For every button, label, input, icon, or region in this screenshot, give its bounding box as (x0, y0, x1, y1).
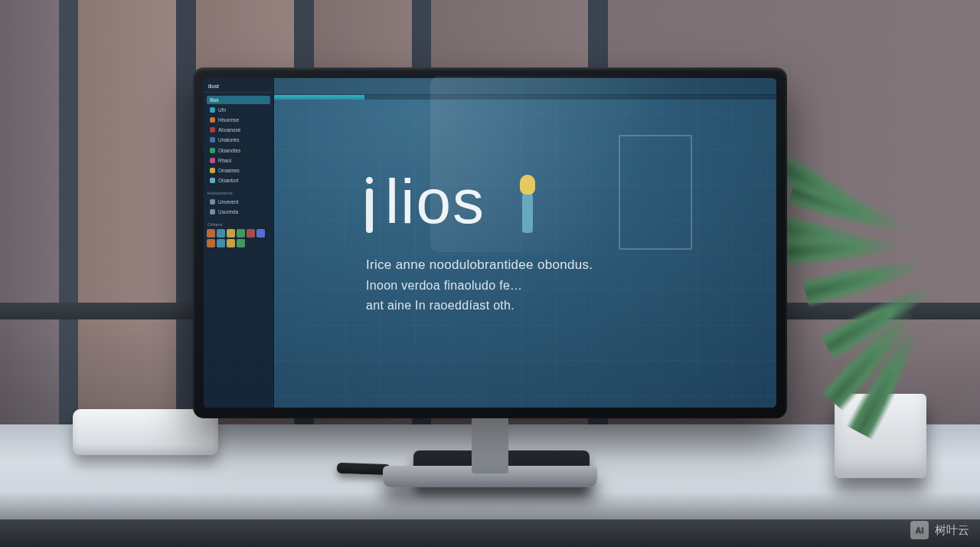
sidebar-active-tab[interactable]: Ilios (207, 96, 270, 104)
sidebar-item[interactable]: Aboanose (206, 126, 271, 134)
sidebar-section-label: Others (204, 221, 273, 228)
sidebar-thumbnail[interactable] (207, 229, 215, 237)
sidebar-thumbnail[interactable] (227, 229, 235, 237)
hero-area: lios Irice anne noodulobrantidee obondus… (274, 100, 776, 408)
sidebar-item[interactable]: Unverent (206, 198, 271, 206)
sidebar-item-label: Usonnda (218, 209, 238, 215)
hero-tagline-line: ant aine In raoeddíast oth. (366, 296, 593, 316)
sidebar-thumbnail[interactable] (247, 229, 255, 237)
sidebar-item-label: Ufn (218, 107, 226, 113)
sidebar-thumbnail[interactable] (227, 239, 235, 247)
monitor-bezel: iliost Ilios UfnHisonnseAboanoseUnalones… (193, 67, 787, 418)
app-sidebar: iliost Ilios UfnHisonnseAboanoseUnalones… (204, 78, 274, 408)
sidebar-thumbnails (204, 228, 273, 249)
sidebar-item-label: Onsames (218, 168, 240, 173)
sidebar-item[interactable]: Unalones (206, 136, 271, 144)
sidebar-thumbnail[interactable] (237, 239, 245, 247)
sidebar-item[interactable]: Usonnda (206, 208, 271, 216)
sidebar-thumbnail[interactable] (256, 229, 265, 237)
logo-figure-icon (518, 169, 539, 233)
sidebar-item-color-icon (210, 168, 215, 173)
sidebar-item-color-icon (210, 117, 215, 123)
logo-wordmark: lios (385, 170, 485, 233)
sidebar-item-color-icon (210, 107, 215, 113)
logo-left-i-icon (366, 177, 373, 233)
hero-logo: lios (366, 169, 539, 233)
sidebar-thumbnail[interactable] (207, 239, 215, 247)
hero-tagline: Irice anne noodulobrantidee obondus. Ino… (366, 254, 593, 316)
app-main: lios Irice anne noodulobrantidee obondus… (274, 78, 776, 408)
sidebar-item-label: Olsantort (218, 178, 238, 183)
sidebar-item[interactable]: Hisonnse (206, 116, 271, 124)
monitor-stand-neck (472, 414, 508, 473)
sidebar-item-color-icon (210, 199, 215, 205)
hero-tagline-line: Irice anne noodulobrantidee obondus. (366, 254, 593, 276)
sidebar-item-label: Olsandtes (218, 148, 240, 153)
app-toolbar (274, 78, 776, 95)
sidebar-thumbnail[interactable] (217, 239, 225, 247)
sidebar-item-color-icon (210, 209, 215, 215)
plant-pot (835, 394, 926, 478)
sidebar-item-label: Aboanose (218, 127, 240, 133)
sidebar-item-color-icon (210, 178, 215, 183)
sidebar-item[interactable]: Olsandtes (206, 146, 271, 155)
sidebar-item[interactable]: Onsames (206, 166, 271, 175)
sidebar-title: iliost (204, 81, 273, 93)
sidebar-item-label: Rhaol (218, 158, 231, 163)
sidebar-item-color-icon (210, 127, 215, 133)
hero-doorframe-graphic (619, 135, 692, 250)
scene-background: iliost Ilios UfnHisonnseAboanoseUnalones… (0, 0, 980, 547)
sidebar-item[interactable]: Ufn (206, 106, 271, 114)
sidebar-item-label: Hisonnse (218, 117, 239, 123)
sidebar-thumbnail[interactable] (217, 229, 225, 237)
image-watermark: AI 树叶云 (910, 521, 969, 539)
sidebar-item-color-icon (210, 158, 215, 163)
sidebar-item[interactable]: Rhaol (206, 156, 271, 165)
sidebar-item-color-icon (210, 137, 215, 142)
sidebar-item-label: Unalones (218, 137, 239, 142)
sidebar-section-label: Hulsonerss (204, 189, 273, 196)
sidebar-item-color-icon (210, 148, 215, 153)
watermark-text: 树叶云 (935, 523, 969, 538)
sidebar-thumbnail[interactable] (237, 229, 245, 237)
plant (758, 149, 957, 401)
monitor-screen: iliost Ilios UfnHisonnseAboanoseUnalones… (204, 78, 776, 408)
hero-tagline-line: Inoon verdoa finaoludo fe… (366, 276, 593, 296)
sidebar-item[interactable]: Olsantort (206, 176, 271, 185)
watermark-ai-badge-icon: AI (910, 521, 929, 539)
sidebar-item-label: Unverent (218, 199, 238, 205)
